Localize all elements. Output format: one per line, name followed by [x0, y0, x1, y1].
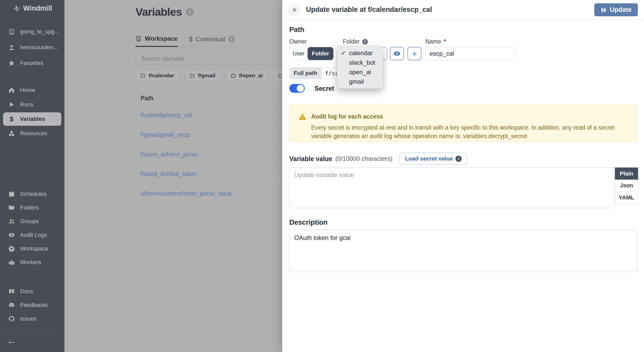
format-tab-json[interactable]: Json	[615, 180, 638, 192]
sidebar-item-runs[interactable]: Runs	[0, 97, 64, 112]
chip-f-open-ai[interactable]: f/open_ai	[226, 70, 268, 81]
sidebar-item-workspace-switcher[interactable]: going_to_upg...	[0, 24, 64, 39]
folder-label-text: Folder	[343, 38, 360, 45]
load-secret-value-button[interactable]: Load secret value i	[400, 153, 467, 165]
sidebar-item-schedules[interactable]: Schedules	[0, 187, 64, 201]
check-icon: ✓	[341, 48, 346, 58]
toggle-knob	[297, 85, 304, 92]
value-format-tabs: Plain Json YAML	[615, 167, 638, 204]
page-title-row: Variables i	[135, 6, 194, 18]
format-tab-plain[interactable]: Plain	[615, 167, 638, 180]
close-drawer-button[interactable]: ×	[289, 4, 300, 16]
chip-label: f/open_ai	[239, 72, 263, 79]
folder-dropdown-menu: ✓ calendar slack_bot open_ai gmail	[337, 46, 383, 89]
owner-option-folder[interactable]: Folder	[308, 47, 333, 60]
gear-icon	[8, 245, 15, 252]
add-folder-button[interactable]: +	[408, 47, 421, 60]
folder-filter-chips: f/calendar f/gmail f/open_ai f/slac	[135, 70, 305, 81]
chip-f-calendar[interactable]: f/calendar	[135, 70, 179, 81]
description-textarea[interactable]	[289, 230, 638, 272]
tab-contextual[interactable]: $ Contextual i	[189, 35, 235, 47]
update-button[interactable]: Update	[594, 3, 638, 16]
dollar-icon: $	[8, 116, 15, 122]
sidebar-item-audit-logs[interactable]: Audit Logs	[0, 228, 64, 242]
tab-workspace[interactable]: Workspace	[135, 35, 178, 47]
eye-icon	[8, 232, 15, 238]
secret-toggle[interactable]	[289, 84, 305, 93]
name-label: Name *	[425, 38, 446, 45]
folder-label: Folder i	[343, 38, 368, 45]
calendar-icon	[8, 191, 15, 197]
format-tab-yaml[interactable]: YAML	[615, 192, 638, 204]
sidebar: Windmill going_to_upg... henricourden...…	[0, 0, 64, 352]
chip-f-gmail[interactable]: f/gmail	[185, 70, 220, 81]
sidebar-item-docs[interactable]: Docs	[0, 284, 64, 298]
load-secret-label: Load secret value	[405, 155, 453, 162]
sidebar-item-label: Groups	[20, 218, 39, 225]
dropdown-option-label: slack_bot	[349, 59, 375, 66]
sidebar-item-label: Schedules	[20, 191, 47, 197]
variable-value-label: Variable value	[289, 155, 332, 163]
info-icon[interactable]: i	[186, 8, 194, 16]
warning-body: Every secret is encrypted at rest and in…	[311, 123, 629, 140]
variable-path-link[interactable]: f/calendar/escp_cal	[141, 112, 192, 119]
sidebar-item-groups[interactable]: Groups	[0, 214, 64, 228]
info-icon[interactable]: i	[362, 39, 368, 45]
variable-path-link[interactable]: f/slack_bot/bot_token	[141, 171, 197, 178]
sidebar-item-label: Favorites	[20, 60, 43, 66]
sidebar-item-resources[interactable]: Resources	[0, 126, 64, 141]
drawer-header: × Update variable at f/calendar/escp_cal…	[282, 0, 644, 20]
full-path-label: Full path	[290, 68, 321, 79]
audit-warning-box: Audit log for each access Every secret i…	[289, 105, 638, 142]
folder-icon	[140, 73, 146, 78]
sidebar-item-home[interactable]: Home	[0, 83, 64, 97]
name-input[interactable]	[425, 47, 515, 60]
update-variable-drawer: × Update variable at f/calendar/escp_cal…	[282, 0, 644, 352]
sidebar-item-issues[interactable]: Issues	[0, 312, 64, 325]
sidebar-item-variables[interactable]: $ Variables	[3, 112, 61, 126]
sidebar-item-workspace-settings[interactable]: Workspace	[0, 242, 64, 255]
workspace-name: going_to_upg...	[20, 28, 59, 35]
dropdown-option-label: open_ai	[349, 69, 371, 76]
warning-icon	[298, 113, 307, 121]
building-icon	[135, 36, 142, 42]
sidebar-divider	[0, 332, 64, 332]
sidebar-item-folders[interactable]: Folders	[0, 201, 64, 214]
variable-path-link[interactable]: f/open_ai/henri_perso	[141, 151, 198, 158]
owner-option-user[interactable]: User	[290, 47, 308, 60]
variable-value-textarea[interactable]	[289, 167, 614, 208]
dropdown-option-calendar[interactable]: ✓ calendar	[337, 48, 383, 58]
dropdown-option-open-ai[interactable]: open_ai	[337, 67, 383, 77]
sidebar-item-user[interactable]: henricourden...	[0, 39, 64, 55]
dropdown-option-slack-bot[interactable]: slack_bot	[337, 58, 383, 67]
sidebar-item-label: Folders	[20, 204, 39, 211]
sidebar-nav-secondary: Schedules Folders Groups Audit Logs	[0, 187, 64, 269]
info-icon: i	[455, 156, 462, 162]
column-header-path: Path	[141, 95, 154, 102]
variable-value-header: Variable value (0/10000 characters) Load…	[289, 153, 467, 165]
app-logo[interactable]: Windmill	[0, 0, 64, 17]
sidebar-item-label: Resources	[20, 130, 47, 137]
preview-path-button[interactable]	[390, 47, 404, 60]
sidebar-item-workers[interactable]: Workers	[0, 255, 64, 269]
sidebar-item-label: Variables	[20, 116, 45, 122]
collapse-sidebar-arrow-icon[interactable]: ←	[7, 336, 16, 346]
sidebar-item-label: Workers	[20, 259, 41, 266]
close-icon: ×	[292, 5, 297, 14]
secret-row: Secret	[289, 84, 334, 93]
github-icon	[8, 315, 15, 322]
robot-icon	[8, 259, 15, 266]
character-counter: (0/10000 characters)	[335, 155, 392, 162]
warning-title: Audit log for each access	[311, 113, 383, 120]
variable-path-link[interactable]: f/gmail/gmail_escp	[141, 131, 190, 138]
sidebar-item-label: Runs	[20, 101, 33, 108]
plus-icon: +	[412, 49, 417, 59]
sidebar-item-label: Home	[20, 87, 35, 94]
app-window: Windmill going_to_upg... henricourden...…	[0, 0, 644, 352]
sidebar-item-favorites[interactable]: Favorites	[0, 55, 64, 71]
windmill-logo-icon	[13, 5, 20, 12]
dropdown-option-gmail[interactable]: gmail	[337, 77, 383, 86]
info-icon[interactable]: i	[228, 36, 235, 43]
sidebar-item-feedbacks[interactable]: Feedbacks	[0, 298, 64, 312]
variable-path-link[interactable]: u/henricourdent/henri_perso_slack	[141, 190, 232, 197]
